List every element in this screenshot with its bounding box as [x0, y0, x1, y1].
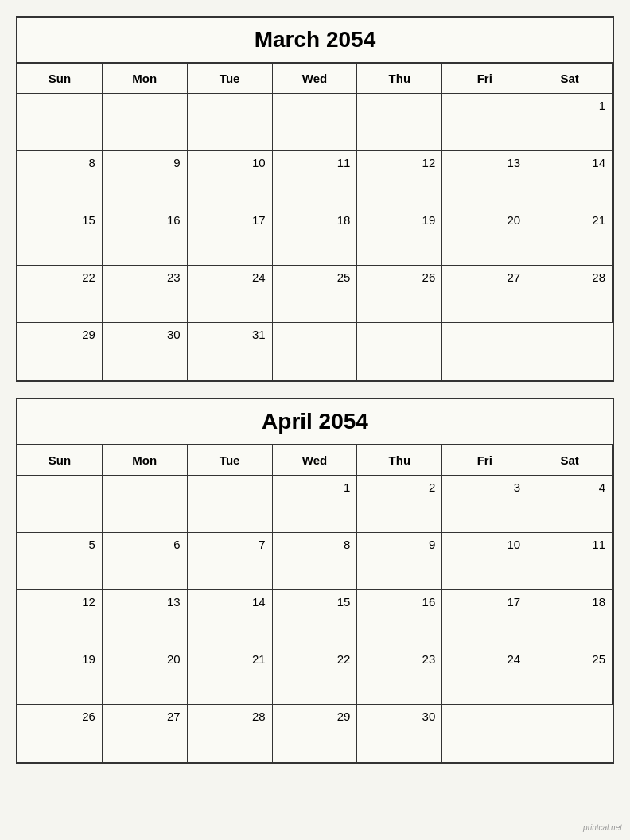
table-row: 15	[273, 590, 358, 648]
april-title: April 2054	[18, 399, 612, 445]
dow-thu-march: Thu	[357, 64, 442, 94]
table-row: 11	[273, 151, 358, 208]
table-row: 13	[103, 590, 188, 648]
table-row: 12	[357, 151, 442, 208]
table-row: 18	[527, 590, 612, 648]
table-row: 30	[103, 323, 188, 380]
march-title: March 2054	[18, 18, 612, 64]
table-row: 26	[357, 266, 442, 323]
table-row	[103, 94, 188, 151]
table-row: 22	[273, 648, 358, 705]
table-row	[357, 94, 442, 151]
table-row: 21	[527, 208, 612, 266]
table-row: 13	[442, 151, 527, 208]
table-row: 20	[442, 208, 527, 266]
table-row	[188, 476, 273, 533]
table-row	[442, 705, 527, 762]
dow-tue-march: Tue	[188, 64, 273, 94]
dow-sat-march: Sat	[527, 64, 612, 94]
table-row: 8	[273, 533, 358, 590]
table-row: 9	[357, 533, 442, 590]
dow-fri-march: Fri	[442, 64, 527, 94]
table-row: 10	[442, 533, 527, 590]
table-row: 23	[103, 266, 188, 323]
table-row: 6	[103, 533, 188, 590]
table-row: 2	[357, 476, 442, 533]
table-row: 24	[442, 648, 527, 705]
table-row	[527, 705, 612, 762]
table-row: 28	[188, 705, 273, 762]
table-row: 19	[18, 648, 103, 705]
table-row: 11	[527, 533, 612, 590]
table-row: 17	[188, 208, 273, 266]
table-row: 25	[527, 648, 612, 705]
table-row: 27	[103, 705, 188, 762]
table-row: 4	[527, 476, 612, 533]
watermark: printcal.net	[583, 823, 622, 832]
table-row: 14	[527, 151, 612, 208]
table-row: 31	[188, 323, 273, 380]
table-row: 22	[18, 266, 103, 323]
table-row: 24	[188, 266, 273, 323]
table-row	[188, 94, 273, 151]
table-row	[442, 323, 527, 380]
table-row: 20	[103, 648, 188, 705]
table-row: 21	[188, 648, 273, 705]
table-row: 30	[357, 705, 442, 762]
table-row: 15	[18, 208, 103, 266]
table-row: 18	[273, 208, 358, 266]
dow-mon-april: Mon	[103, 445, 188, 476]
table-row	[273, 94, 358, 151]
table-row	[273, 323, 358, 380]
table-row: 23	[357, 648, 442, 705]
table-row: 7	[188, 533, 273, 590]
table-row: 25	[273, 266, 358, 323]
table-row	[357, 323, 442, 380]
dow-fri-april: Fri	[442, 445, 527, 476]
table-row: 16	[103, 208, 188, 266]
table-row	[103, 476, 188, 533]
march-calendar: March 2054 Sun Mon Tue Wed Thu Fri Sat 1…	[16, 16, 614, 382]
dow-sun-march: Sun	[18, 64, 103, 94]
table-row: 29	[273, 705, 358, 762]
table-row: 5	[18, 533, 103, 590]
dow-thu-april: Thu	[357, 445, 442, 476]
table-row: 16	[357, 590, 442, 648]
table-row	[527, 323, 612, 380]
table-row	[442, 94, 527, 151]
april-grid: Sun Mon Tue Wed Thu Fri Sat 1 2 3 4 5 6 …	[18, 445, 612, 762]
table-row: 10	[188, 151, 273, 208]
table-row	[18, 476, 103, 533]
table-row: 19	[357, 208, 442, 266]
table-row: 17	[442, 590, 527, 648]
table-row: 1	[273, 476, 358, 533]
table-row: 3	[442, 476, 527, 533]
dow-sun-april: Sun	[18, 445, 103, 476]
table-row: 12	[18, 590, 103, 648]
dow-mon-march: Mon	[103, 64, 188, 94]
table-row: 14	[188, 590, 273, 648]
table-row: 26	[18, 705, 103, 762]
table-row: 27	[442, 266, 527, 323]
march-grid: Sun Mon Tue Wed Thu Fri Sat 1 8 9 10 11 …	[18, 64, 612, 380]
table-row: 8	[18, 151, 103, 208]
table-row	[18, 94, 103, 151]
dow-wed-april: Wed	[273, 445, 358, 476]
table-row: 28	[527, 266, 612, 323]
dow-sat-april: Sat	[527, 445, 612, 476]
table-row: 29	[18, 323, 103, 380]
april-calendar: April 2054 Sun Mon Tue Wed Thu Fri Sat 1…	[16, 398, 614, 764]
dow-tue-april: Tue	[188, 445, 273, 476]
dow-wed-march: Wed	[273, 64, 358, 94]
table-row: 1	[527, 94, 612, 151]
table-row: 9	[103, 151, 188, 208]
